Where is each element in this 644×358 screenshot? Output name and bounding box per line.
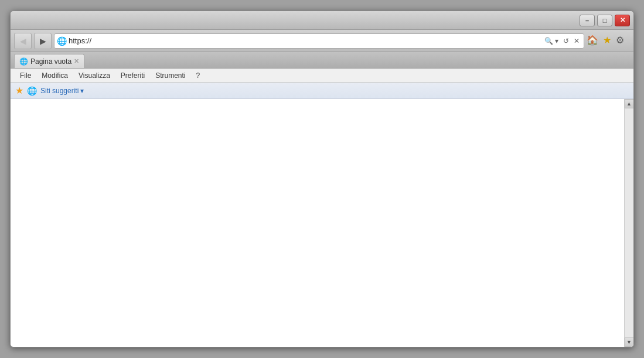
content-area: ▲ ▼	[11, 99, 633, 347]
nav-bar: ◀ ▶ 🌐 https:// 🔍 ▾ ↺ ✕ 🏠 ★ ⚙	[11, 30, 633, 52]
menu-strumenti[interactable]: Strumenti	[151, 70, 190, 81]
scroll-up-arrow[interactable]: ▲	[625, 99, 634, 108]
address-actions: 🔍 ▾ ↺ ✕	[543, 36, 581, 46]
address-input[interactable]: https://	[69, 36, 540, 45]
siti-suggeriti-link[interactable]: Siti suggeriti ▾	[40, 87, 84, 95]
minimize-button[interactable]: –	[580, 15, 595, 26]
settings-button[interactable]: ⚙	[616, 35, 624, 46]
right-nav-icons: 🏠 ★ ⚙	[587, 35, 630, 47]
scroll-down-arrow[interactable]: ▼	[625, 337, 634, 347]
tabs-left: 🌐 Pagina vuota ✕	[11, 54, 84, 68]
scroll-track	[625, 108, 633, 337]
home-button[interactable]: 🏠	[587, 35, 598, 46]
menu-file[interactable]: File	[15, 70, 36, 81]
favorites-ie-icon: 🌐	[27, 86, 37, 96]
menu-bar: File Modifica Visualizza Preferiti Strum…	[11, 69, 633, 83]
forward-button[interactable]: ▶	[34, 33, 52, 49]
siti-suggeriti-label: Siti suggeriti	[40, 87, 79, 95]
scrollbar-vertical[interactable]: ▲ ▼	[624, 99, 633, 347]
maximize-button[interactable]: □	[597, 15, 612, 26]
back-button[interactable]: ◀	[14, 33, 32, 49]
tab-bar: 🌐 Pagina vuota ✕	[11, 52, 633, 69]
address-bar: 🌐 https:// 🔍 ▾ ↺ ✕	[54, 33, 584, 49]
favorites-button[interactable]: ★	[603, 35, 611, 46]
browser-window: – □ ✕ ◀ ▶ 🌐 https:// 🔍 ▾ ↺ ✕ 🏠 ★	[10, 11, 634, 347]
title-bar-buttons: – □ ✕	[580, 15, 630, 26]
stop-button[interactable]: ✕	[572, 36, 581, 46]
siti-suggeriti-dropdown-icon: ▾	[80, 87, 84, 95]
tab-label: Pagina vuota	[30, 57, 71, 66]
title-bar: – □ ✕	[11, 11, 633, 30]
menu-help[interactable]: ?	[192, 70, 205, 81]
favorites-bar: ★ 🌐 Siti suggeriti ▾	[11, 83, 633, 99]
tab-pagina-vuota[interactable]: 🌐 Pagina vuota ✕	[14, 54, 84, 68]
menu-visualizza[interactable]: Visualizza	[74, 70, 115, 81]
close-button[interactable]: ✕	[615, 15, 630, 26]
tab-close-button[interactable]: ✕	[74, 57, 79, 65]
menu-modifica[interactable]: Modifica	[37, 70, 73, 81]
favorites-star-icon: ★	[15, 85, 23, 96]
search-button[interactable]: 🔍 ▾	[543, 36, 560, 46]
refresh-button[interactable]: ↺	[561, 36, 571, 46]
tab-ie-icon: 🌐	[19, 57, 28, 66]
address-bar-ie-icon: 🌐	[57, 36, 66, 46]
menu-preferiti[interactable]: Preferiti	[116, 70, 149, 81]
browser-chrome: – □ ✕ ◀ ▶ 🌐 https:// 🔍 ▾ ↺ ✕ 🏠 ★	[11, 11, 633, 347]
